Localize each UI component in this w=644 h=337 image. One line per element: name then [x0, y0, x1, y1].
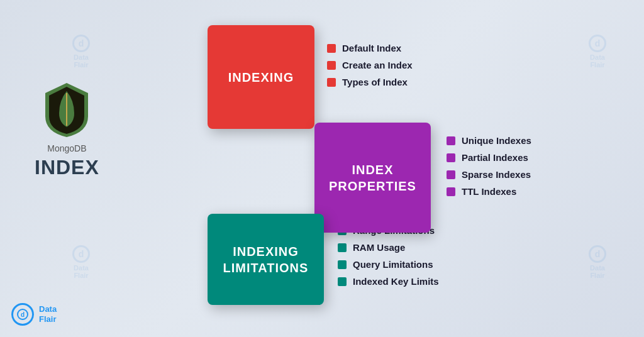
list-item: Partial Indexes: [447, 152, 531, 163]
wm-text-2: Data: [590, 53, 605, 61]
wm-circle-4: d: [589, 245, 606, 263]
limitations-item-2: RAM Usage: [353, 242, 405, 253]
watermark-top-left: d Data Flair: [72, 35, 90, 69]
list-item: Create an Index: [327, 60, 413, 70]
bullet-icon-3: [327, 78, 336, 87]
mongodb-label: MongoDB: [47, 143, 86, 153]
index-properties-label: INDEXPROPERTIES: [323, 155, 423, 201]
wm-circle-1: d: [72, 35, 90, 52]
dataflair-branding: d Data Flair: [11, 303, 57, 326]
watermark-bottom-right: d Data Flair: [589, 245, 606, 279]
properties-list: Unique Indexes Partial Indexes Sparse In…: [447, 135, 531, 197]
indexing-item-3: Types of Index: [342, 77, 408, 87]
indexing-box: INDEXING: [208, 25, 314, 129]
bullet-icon-2: [327, 61, 336, 70]
index-properties-box: INDEXPROPERTIES: [314, 123, 431, 233]
dataflair-line1: Data: [39, 304, 57, 314]
limitations-item-4: Indexed Key Limits: [353, 276, 439, 287]
indexing-limitations-label: INDEXINGLIMITATIONS: [217, 237, 315, 282]
bullet-icon-6: [447, 170, 455, 179]
bullet-icon-1: [327, 44, 336, 53]
list-item: Types of Index: [327, 77, 413, 87]
properties-item-4: TTL Indexes: [462, 186, 516, 197]
bullet-icon-9: [338, 243, 347, 252]
properties-item-1: Unique Indexes: [462, 135, 531, 146]
wm-text-1: Data: [74, 53, 89, 61]
wm-text-4: Data: [590, 264, 605, 272]
df-logo-svg: d: [16, 308, 29, 321]
wm-circle-2: d: [589, 35, 606, 52]
wm-text-3: Data: [74, 264, 89, 272]
wm-text-2b: Flair: [590, 61, 604, 69]
wm-text-1b: Flair: [74, 61, 88, 69]
page-container: d Data Flair d Data Flair d Data Flair d…: [0, 0, 644, 337]
bullet-icon-5: [447, 153, 455, 162]
bullet-icon-7: [447, 187, 455, 196]
properties-item-2: Partial Indexes: [462, 152, 528, 163]
bullet-icon-11: [338, 277, 347, 286]
list-item: Sparse Indexes: [447, 169, 531, 180]
wm-text-3b: Flair: [74, 272, 88, 279]
dataflair-text: Data Flair: [39, 304, 57, 324]
indexing-box-label: INDEXING: [222, 63, 301, 92]
bullet-icon-10: [338, 260, 347, 269]
indexing-item-1: Default Index: [342, 43, 401, 53]
limitations-item-3: Query Limitations: [353, 259, 433, 270]
indexing-list: Default Index Create an Index Types of I…: [327, 43, 413, 87]
svg-text:d: d: [21, 311, 25, 318]
indexing-item-2: Create an Index: [342, 60, 413, 70]
limitations-list: Range Limitations RAM Usage Query Limita…: [338, 225, 439, 287]
wm-text-4b: Flair: [590, 272, 604, 279]
list-item: Query Limitations: [338, 259, 439, 270]
properties-item-3: Sparse Indexes: [462, 169, 531, 180]
list-item: Default Index: [327, 43, 413, 53]
mongodb-shield-icon: [42, 82, 92, 138]
wm-circle-3: d: [72, 245, 90, 263]
list-item: Unique Indexes: [447, 135, 531, 146]
dataflair-line2: Flair: [39, 314, 57, 324]
watermark-bottom-left: d Data Flair: [72, 245, 90, 279]
indexing-limitations-box: INDEXINGLIMITATIONS: [208, 214, 324, 305]
mongodb-section: MongoDB INDEX: [35, 82, 99, 179]
watermark-top-right: d Data Flair: [589, 35, 606, 69]
bullet-icon-4: [447, 136, 455, 145]
list-item: TTL Indexes: [447, 186, 531, 197]
list-item: Indexed Key Limits: [338, 276, 439, 287]
mongodb-index-title: INDEX: [35, 156, 99, 179]
dataflair-logo-icon: d: [11, 303, 34, 326]
list-item: RAM Usage: [338, 242, 439, 253]
